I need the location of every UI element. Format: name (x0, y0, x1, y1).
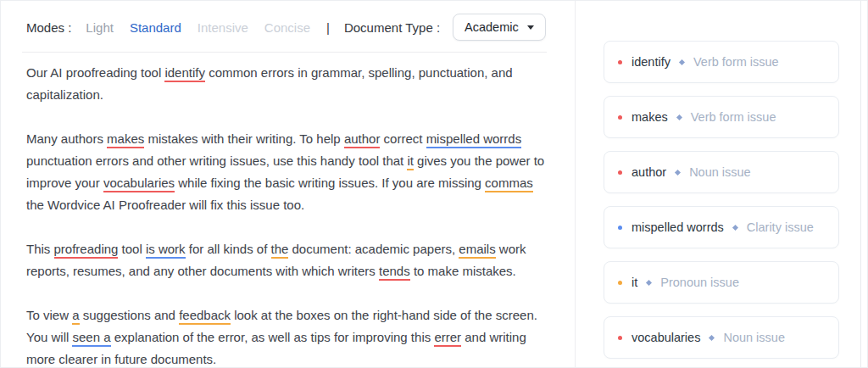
text-run: mistakes with their writing. To help (144, 131, 344, 146)
issue-type-label: Verb form issue (691, 110, 776, 124)
error-word: mispelled worrds (632, 220, 724, 234)
text-run: explanation of the error, as well as tip… (111, 330, 435, 344)
mode-standard[interactable]: Standard (130, 20, 181, 35)
error-underline-blue: is work (146, 242, 186, 259)
separator-diamond-icon (646, 279, 652, 285)
suggestion-card[interactable]: mispelled worrdsClarity issue (604, 206, 839, 248)
error-underline-red: author (344, 131, 381, 148)
separator-diamond-icon (675, 169, 681, 175)
error-underline-red: vocabularies (103, 176, 175, 192)
error-underline-blue: mispelled worrds (426, 131, 522, 148)
toolbar-divider-pipe: | (326, 20, 330, 35)
separator-diamond-icon (709, 334, 715, 340)
document-type-value: Academic (465, 20, 519, 34)
error-underline-red: makes (107, 131, 144, 148)
error-word: vocabularies (632, 331, 700, 344)
error-underline-orange: it (407, 153, 414, 170)
separator-diamond-icon (732, 224, 738, 230)
error-underline-blue: seen a (72, 330, 110, 347)
issue-type-label: Clarity issue (747, 220, 814, 234)
text-run: tool (118, 242, 146, 256)
toolbar: Modes : LightStandardIntensiveConcise | … (1, 1, 575, 41)
modes-label: Modes : (26, 20, 71, 35)
error-word: identify (632, 55, 670, 69)
error-underline-red: identify (164, 65, 205, 82)
text-run: in future documents. (97, 352, 216, 366)
error-underline-orange: emails (459, 242, 495, 259)
severity-dot-icon (618, 336, 622, 340)
paragraph: This profreading tool is work for all ki… (26, 238, 549, 282)
severity-dot-icon (618, 60, 622, 64)
suggestion-card[interactable]: authorNoun issue (604, 151, 839, 193)
error-underline-orange: feedback (179, 308, 231, 325)
suggestion-card[interactable]: makesVerb form issue (604, 96, 839, 138)
suggestion-card[interactable]: identifyVerb form issue (604, 41, 839, 83)
editor-panel: Modes : LightStandardIntensiveConcise | … (1, 1, 576, 367)
severity-dot-icon (618, 115, 622, 120)
error-underline-blue: clearer (58, 352, 97, 368)
text-run: to make mistakes. (410, 264, 516, 278)
text-run: Many authors (26, 131, 107, 146)
error-word: it (632, 276, 637, 289)
error-underline-red: errer (434, 330, 461, 347)
issue-type-label: Noun issue (723, 331, 785, 344)
error-underline-orange: commas (485, 176, 533, 192)
issue-type-label: Verb form issue (693, 55, 779, 69)
paragraph: To view a suggestions and feedback look … (26, 304, 549, 368)
document-text-area[interactable]: Our AI proofreading tool identify common… (1, 53, 575, 368)
paragraph: Many authors makes mistakes with their w… (26, 128, 549, 216)
text-run: suggestions and (80, 308, 180, 322)
paragraph: Our AI proofreading tool identify common… (26, 62, 549, 106)
suggestion-card-list: identifyVerb form issuemakesVerb form is… (604, 41, 867, 359)
text-run: document: academic papers, (288, 242, 459, 256)
error-word: makes (632, 110, 668, 124)
text-run: punctuation errors and other writing iss… (26, 153, 407, 168)
error-underline-red: tends (379, 264, 410, 281)
text-run: for all kinds of (186, 242, 271, 256)
mode-selector: LightStandardIntensiveConcise (86, 20, 326, 35)
mode-concise[interactable]: Concise (264, 20, 310, 35)
scrollbar-track[interactable] (860, 1, 861, 367)
text-run: while fixing the basic writing issues. I… (175, 176, 485, 190)
separator-diamond-icon (679, 59, 685, 64)
text-run: Our AI proofreading tool (26, 65, 164, 80)
error-underline-red: profreading (54, 242, 119, 259)
error-underline-orange: the (271, 242, 289, 259)
issue-type-label: Pronoun issue (660, 276, 739, 289)
error-underline-orange: a (72, 308, 79, 325)
severity-dot-icon (618, 226, 622, 230)
document-type-dropdown[interactable]: Academic (453, 14, 546, 41)
text-run: the Wordvice AI Proofreader will fix thi… (26, 198, 304, 212)
mode-intensive[interactable]: Intensive (198, 20, 248, 35)
document-type-label: Document Type : (344, 20, 440, 35)
text-run: To view (26, 308, 72, 322)
mode-light[interactable]: Light (86, 20, 114, 35)
proofreader-app: Modes : LightStandardIntensiveConcise | … (0, 0, 868, 368)
chevron-down-icon (527, 25, 534, 30)
suggestions-sidebar: identifyVerb form issuemakesVerb form is… (576, 1, 867, 367)
error-word: author (632, 165, 666, 179)
text-run: correct (380, 131, 426, 146)
suggestion-card[interactable]: itPronoun issue (604, 261, 839, 304)
suggestion-card[interactable]: vocabulariesNoun issue (604, 316, 839, 359)
separator-diamond-icon (676, 114, 682, 120)
issue-type-label: Noun issue (689, 165, 751, 179)
severity-dot-icon (618, 281, 622, 285)
severity-dot-icon (618, 170, 622, 175)
text-run: This (26, 242, 54, 256)
